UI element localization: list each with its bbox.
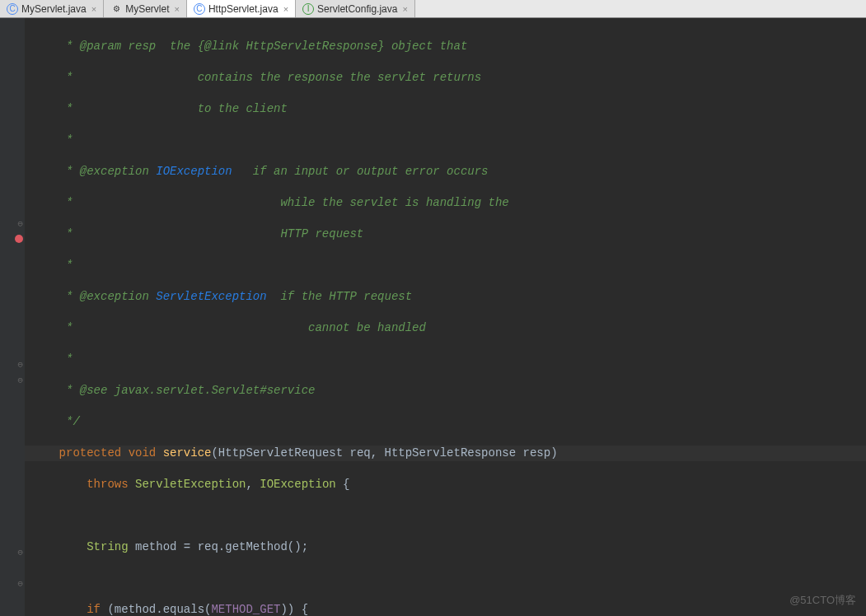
tab-label: HttpServlet.java — [208, 3, 279, 15]
code-area[interactable]: * @param resp the {@link HttpServletResp… — [25, 18, 866, 616]
fold-icon[interactable]: ⊖ — [0, 216, 25, 231]
fold-icon[interactable]: ⊖ — [0, 372, 25, 387]
close-icon[interactable]: × — [174, 4, 179, 14]
java-class-icon: C — [194, 3, 205, 15]
java-class-icon: C — [7, 3, 18, 15]
tab-servletconfig-java[interactable]: I ServletConfig.java × — [296, 0, 415, 17]
tab-label: ServletConfig.java — [317, 3, 397, 15]
editor: ⊖ ⊖ ⊖ ⊖ ⊖ * @param resp the {@link HttpS… — [0, 18, 866, 616]
close-icon[interactable]: × — [91, 4, 96, 14]
fold-icon[interactable]: ⊖ — [0, 357, 25, 371]
gutter[interactable]: ⊖ ⊖ ⊖ ⊖ ⊖ — [0, 18, 25, 616]
tab-myservlet-config[interactable]: ⚙ MyServlet × — [104, 0, 187, 17]
fold-icon[interactable]: ⊖ — [0, 544, 25, 559]
tab-label: MyServlet — [125, 3, 169, 15]
tab-myservlet-java[interactable]: C MyServlet.java × — [0, 0, 104, 17]
java-interface-icon: I — [302, 3, 314, 15]
tab-bar: C MyServlet.java × ⚙ MyServlet × C HttpS… — [0, 0, 866, 18]
close-icon[interactable]: × — [402, 4, 407, 14]
fold-icon[interactable]: ⊖ — [0, 576, 25, 590]
config-icon: ⚙ — [110, 3, 122, 15]
breakpoint-icon[interactable] — [0, 231, 25, 246]
tab-httpservlet-java[interactable]: C HttpServlet.java × — [187, 0, 296, 17]
tab-label: MyServlet.java — [21, 3, 87, 15]
close-icon[interactable]: × — [283, 4, 288, 14]
watermark: @51CTO博客 — [789, 593, 856, 608]
